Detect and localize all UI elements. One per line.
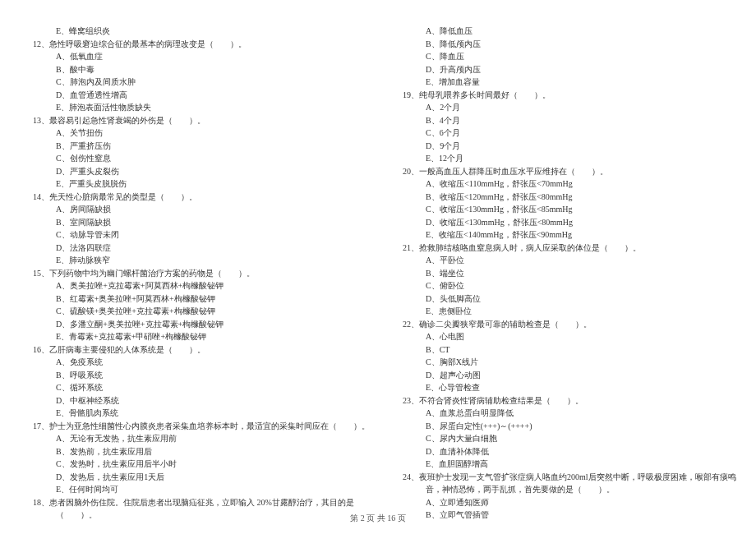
option-line: E、任何时间均可 <box>33 483 370 496</box>
option-line: D、中枢神经系统 <box>33 394 370 407</box>
option-line: B、室间隔缺损 <box>33 216 370 229</box>
option-line: C、循环系统 <box>33 381 370 394</box>
question-line: 22、确诊二尖瓣狭窄最可靠的辅助检查是（ ）。 <box>403 318 736 331</box>
option-line: A、无论有无发热，抗生素应用前 <box>33 432 370 445</box>
option-line: E、12个月 <box>403 152 736 165</box>
option-line: E、蜂窝组织炎 <box>33 25 370 38</box>
question-line: 20、一般高血压人群降压时血压水平应维持在（ ）。 <box>403 165 736 178</box>
option-line: A、奥美拉唑+克拉霉素+阿莫西林+枸橼酸铋钾 <box>33 279 370 292</box>
option-line: D、收缩压<130mmHg，舒张压<80mmHg <box>403 216 736 229</box>
option-line: D、法洛四联症 <box>33 242 370 255</box>
option-line: E、患侧卧位 <box>403 305 736 318</box>
question-line: 12、急性呼吸窘迫综合征的最基本的病理改变是（ ）。 <box>33 38 370 51</box>
option-line: B、降低颅内压 <box>403 38 736 51</box>
option-line: C、收缩压<130mmHg，舒张压<85mmHg <box>403 203 736 216</box>
question-line: 23、不符合肾炎性肾病辅助检查结果是（ ）。 <box>403 394 736 407</box>
option-line: D、血清补体降低 <box>403 445 736 458</box>
option-line: E、增加血容量 <box>403 76 736 89</box>
question-line: 13、最容易引起急性肾衰竭的外伤是（ ）。 <box>33 114 370 127</box>
option-line: E、血胆固醇增高 <box>403 458 736 471</box>
option-line: E、严重头皮脱脱伤 <box>33 177 370 191</box>
question-line: 15、下列药物中均为幽门螺杆菌治疗方案的药物是（ ）。 <box>33 267 370 280</box>
option-line: B、严重挤压伤 <box>33 140 370 153</box>
option-line: E、收缩压<140mmHg，舒张压<90mmHg <box>403 228 736 242</box>
question-line: 17、护士为亚急性细菌性心内膜炎患者采集血培养标本时，最适宜的采集时间应在（ ）… <box>33 420 370 433</box>
option-line: B、酸中毒 <box>33 63 370 76</box>
page-footer: 第 2 页 共 16 页 <box>0 513 756 524</box>
page-content: E、蜂窝组织炎12、急性呼吸窘迫综合征的最基本的病理改变是（ ）。A、低氧血症B… <box>33 25 731 493</box>
option-line: E、肺泡表面活性物质缺失 <box>33 101 370 114</box>
question-line: 16、乙肝病毒主要侵犯的人体系统是（ ）。 <box>33 343 370 357</box>
question-line: 14、先天性心脏病最常见的类型是（ ）。 <box>33 191 370 204</box>
option-line: D、发热后，抗生素应用1天后 <box>33 471 370 484</box>
option-line: A、免疫系统 <box>33 356 370 369</box>
option-line: C、俯卧位 <box>403 279 736 292</box>
option-line: E、心导管检查 <box>403 381 736 394</box>
left-column: E、蜂窝组织炎12、急性呼吸窘迫综合征的最基本的病理改变是（ ）。A、低氧血症B… <box>33 25 370 493</box>
option-line: C、降血压 <box>403 50 736 63</box>
option-line: C、发热时，抗生素应用后半小时 <box>33 458 370 471</box>
option-line: A、关节扭伤 <box>33 127 370 140</box>
option-line: D、血管通透性增高 <box>33 89 370 102</box>
option-line: A、低氧血症 <box>33 50 370 63</box>
option-line: E、肺动脉狭窄 <box>33 254 370 267</box>
option-line: D、9个月 <box>403 140 736 153</box>
option-line: C、尿内大量白细胞 <box>403 432 736 445</box>
option-line: C、6个月 <box>403 127 736 140</box>
option-line: B、呼吸系统 <box>33 369 370 382</box>
option-line: A、心电图 <box>403 330 736 343</box>
option-line: D、多潘立酮+奥美拉唑+克拉霉素+枸橼酸铋钾 <box>33 318 370 331</box>
option-line: B、端坐位 <box>403 267 736 280</box>
option-line: D、超声心动图 <box>403 369 736 382</box>
option-line: B、尿蛋白定性(+++)～(++++) <box>403 420 736 433</box>
option-line: C、创伤性窒息 <box>33 152 370 165</box>
option-line: A、血浆总蛋白明显降低 <box>403 407 736 420</box>
option-line: C、硫酸镁+奥美拉唑+克拉霉素+枸橼酸铋钾 <box>33 305 370 318</box>
option-line: A、平卧位 <box>403 254 736 267</box>
option-line: B、CT <box>403 343 736 357</box>
question-line: 18、患者因脑外伤住院。住院后患者出现脑疝征兆，立即输入 20%甘露醇治疗，其目… <box>33 496 370 509</box>
question-line: 24、夜班护士发现一支气管扩张症病人咯血约200ml后突然中断，呼吸极度困难，喉… <box>403 471 736 484</box>
option-line: A、房间隔缺损 <box>33 203 370 216</box>
option-line: C、胸部X线片 <box>403 356 736 369</box>
right-column: A、降低血压B、降低颅内压C、降血压D、升高颅内压E、增加血容量19、纯母乳喂养… <box>403 25 736 493</box>
question-line: 19、纯母乳喂养多长时间最好（ ）。 <box>403 89 736 102</box>
question-line: 21、抢救肺结核咯血窒息病人时，病人应采取的体位是（ ）。 <box>403 242 736 255</box>
option-line: B、红霉素+奥美拉唑+阿莫西林+枸橼酸铋钾 <box>33 292 370 306</box>
option-line: C、肺泡内及间质水肿 <box>33 76 370 89</box>
option-line: D、升高颅内压 <box>403 63 736 76</box>
option-line: C、动脉导管未闭 <box>33 228 370 242</box>
option-line: A、2个月 <box>403 101 736 114</box>
option-line: A、降低血压 <box>403 25 736 38</box>
option-line: B、收缩压<120mmHg，舒张压<80mmHg <box>403 191 736 204</box>
option-line: B、4个月 <box>403 114 736 127</box>
option-line: A、收缩压<110mmHg，舒张压<70mmHg <box>403 177 736 191</box>
option-line: D、严重头皮裂伤 <box>33 165 370 178</box>
option-line: A、立即通知医师 <box>403 496 736 509</box>
option-line: E、骨骼肌肉系统 <box>33 407 370 420</box>
question-continuation: 音，神情恐怖，两手乱抓，首先要做的是（ ）。 <box>403 483 736 496</box>
option-line: D、头低脚高位 <box>403 292 736 306</box>
option-line: E、青霉素+克拉霉素+甲硝唑+枸橼酸铋钾 <box>33 330 370 343</box>
option-line: B、发热前，抗生素应用后 <box>33 445 370 458</box>
